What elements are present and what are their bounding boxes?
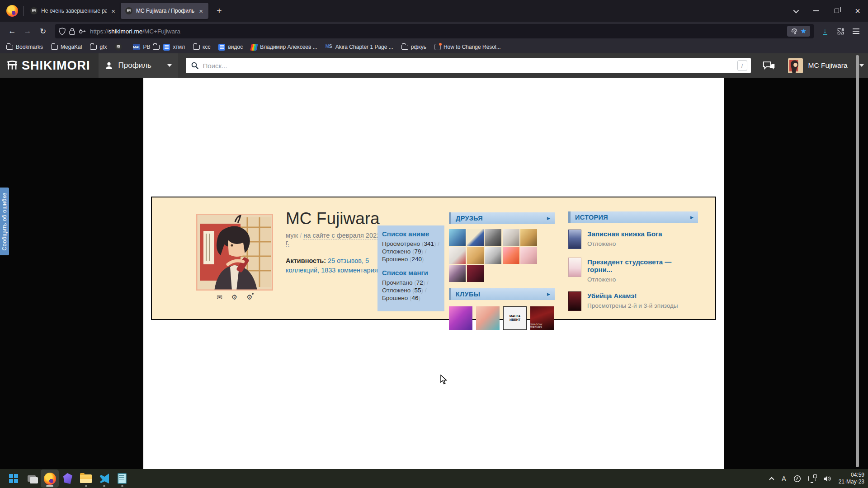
friend-avatar[interactable] bbox=[467, 247, 484, 264]
profile-avatar[interactable] bbox=[196, 214, 273, 291]
tab-active[interactable]: MC Fujiwara / Профиль × bbox=[121, 3, 208, 19]
bookmark-mal[interactable]: MALPB bbox=[133, 44, 150, 50]
tray-clock-icon[interactable] bbox=[793, 475, 801, 483]
tray-chevron-up-icon[interactable] bbox=[769, 477, 774, 482]
anime-list-link[interactable]: Список аниме bbox=[382, 230, 444, 238]
friend-avatar[interactable] bbox=[467, 229, 484, 246]
stat-line[interactable]: Прочитано72 bbox=[382, 279, 444, 286]
stat-line[interactable]: Брошено46 bbox=[382, 294, 444, 302]
search-input[interactable] bbox=[203, 62, 733, 70]
taskbar-obsidian-icon[interactable] bbox=[59, 469, 77, 488]
network-icon[interactable] bbox=[808, 476, 816, 481]
bookmark-folder[interactable]: MegaKal bbox=[51, 44, 82, 50]
taskbar-firefox-icon[interactable] bbox=[41, 469, 59, 488]
lock-icon[interactable] bbox=[69, 28, 75, 35]
taskbar-clock[interactable]: 04:59 21-May-23 bbox=[839, 472, 864, 485]
arrow-right-icon: ▶ bbox=[547, 292, 550, 296]
history-section-header[interactable]: ИСТОРИЯ ▶ bbox=[568, 211, 698, 223]
tab-inactive[interactable]: Не очень завершенные работы / × bbox=[26, 3, 121, 19]
bookmark-item[interactable]: Владимир Алексеев ... bbox=[251, 44, 317, 51]
site-header: SHIKIMORI Профиль / MC Fujiwara bbox=[0, 53, 868, 78]
taskbar-vscode-icon[interactable] bbox=[95, 469, 113, 488]
extensions-puzzle-icon[interactable] bbox=[834, 24, 847, 38]
club-tile[interactable]: МАНГА ИВЕНТ bbox=[503, 306, 527, 330]
new-tab-button[interactable]: + bbox=[213, 6, 226, 16]
bookmark-folder[interactable]: рфкуь bbox=[401, 44, 426, 50]
message-icon[interactable]: ✉ bbox=[217, 293, 222, 301]
bookmark-folder[interactable]: ксс bbox=[193, 44, 210, 50]
history-poster[interactable] bbox=[568, 230, 581, 249]
history-title-link[interactable]: Президент студсовета — горни... bbox=[587, 258, 698, 273]
window-restore-button[interactable] bbox=[826, 0, 847, 22]
url-bar[interactable]: https://shikimori.me/MC+Fujiwara ★ bbox=[55, 24, 814, 38]
settings-gear-icon[interactable]: ⚙ bbox=[231, 293, 237, 301]
comments-link[interactable]: 1833 комментария bbox=[321, 267, 377, 274]
mal-icon: MAL bbox=[133, 44, 140, 50]
start-button[interactable] bbox=[5, 469, 23, 488]
page-scrollbar[interactable] bbox=[856, 55, 859, 467]
bookmark-item[interactable]: MSAkira Chapter 1 Page ... bbox=[326, 44, 393, 50]
forward-icon[interactable]: → bbox=[21, 24, 34, 38]
friends-grid bbox=[449, 229, 555, 282]
taskbar-notepad-icon[interactable] bbox=[113, 469, 131, 488]
club-tile[interactable]: SHADOW WEDNES bbox=[530, 306, 554, 330]
messages-icon[interactable] bbox=[763, 61, 775, 70]
downloads-icon[interactable]: ↓ bbox=[818, 24, 832, 38]
tab-list-chevron-icon[interactable] bbox=[785, 0, 806, 22]
back-icon[interactable]: ← bbox=[5, 24, 19, 38]
profile-menu[interactable]: Профиль bbox=[99, 53, 178, 78]
bookmark-folder[interactable]: Bookmarks bbox=[6, 44, 43, 50]
task-view-icon[interactable] bbox=[23, 469, 41, 488]
friends-section-header[interactable]: ДРУЗЬЯ ▶ bbox=[449, 212, 555, 224]
bookmark-shikimori[interactable] bbox=[115, 43, 125, 51]
friend-avatar[interactable] bbox=[449, 265, 466, 282]
bookmark-folder[interactable] bbox=[153, 45, 160, 50]
bookmark-item[interactable]: How to Change Resol... bbox=[434, 44, 501, 50]
friend-avatar[interactable] bbox=[485, 247, 501, 264]
friend-avatar[interactable] bbox=[485, 229, 501, 246]
friend-avatar[interactable] bbox=[503, 229, 519, 246]
reload-icon[interactable]: ↻ bbox=[36, 24, 50, 38]
site-logo[interactable]: SHIKIMORI bbox=[0, 53, 99, 78]
friend-avatar[interactable] bbox=[503, 247, 519, 264]
history-title-link[interactable]: Записная книжка Бога bbox=[587, 230, 662, 238]
stat-line[interactable]: Отложено79 bbox=[382, 248, 444, 255]
menu-hamburger-icon[interactable] bbox=[849, 24, 863, 38]
tab-close-icon[interactable]: × bbox=[110, 7, 116, 15]
taskbar-explorer-icon[interactable] bbox=[77, 469, 95, 488]
club-tile[interactable] bbox=[476, 306, 500, 330]
manga-list-link[interactable]: Список манги bbox=[382, 269, 444, 277]
stat-line[interactable]: Просмотрено341 bbox=[382, 240, 444, 248]
bookmark-item[interactable]: хтмл bbox=[163, 44, 185, 51]
firefox-logo-icon[interactable] bbox=[6, 5, 18, 17]
history-poster[interactable] bbox=[568, 258, 581, 277]
stat-line[interactable]: Брошено240 bbox=[382, 255, 444, 263]
history-poster[interactable] bbox=[568, 291, 581, 311]
friend-avatar[interactable] bbox=[449, 229, 466, 246]
friend-avatar[interactable] bbox=[520, 247, 537, 264]
bookmark-item[interactable]: видос bbox=[218, 44, 243, 51]
permissions-icon[interactable] bbox=[79, 28, 86, 34]
window-close-button[interactable]: × bbox=[847, 0, 868, 22]
shield-icon[interactable] bbox=[59, 28, 66, 35]
clubs-section-header[interactable]: КЛУБЫ ▶ bbox=[449, 288, 555, 300]
tab-close-icon[interactable]: × bbox=[198, 7, 204, 15]
history-title-link[interactable]: Убийца Акамэ! bbox=[587, 292, 678, 300]
friend-avatar[interactable] bbox=[520, 229, 537, 246]
stat-line[interactable]: Отложено55 bbox=[382, 286, 444, 294]
report-bug-tab[interactable]: Сообщить об ошибке bbox=[0, 188, 9, 255]
url-text[interactable]: https://shikimori.me/MC+Fujiwara bbox=[90, 28, 783, 35]
bookmark-star-icon[interactable]: ★ bbox=[801, 27, 807, 35]
search-box[interactable]: / bbox=[186, 58, 751, 73]
reviews-link[interactable]: 25 отзывов, bbox=[328, 257, 363, 264]
volume-icon[interactable] bbox=[823, 475, 831, 482]
moderation-gear-icon[interactable]: ⚙ bbox=[246, 293, 252, 301]
user-menu[interactable]: MC Fujiwara bbox=[788, 58, 864, 73]
language-indicator[interactable]: A bbox=[782, 475, 786, 482]
fingerprint-icon[interactable] bbox=[791, 28, 798, 35]
friend-avatar[interactable] bbox=[449, 247, 466, 264]
bookmark-folder[interactable]: gfx bbox=[90, 44, 107, 50]
window-minimize-button[interactable] bbox=[806, 0, 826, 22]
friend-avatar[interactable] bbox=[467, 265, 484, 282]
club-tile[interactable] bbox=[449, 306, 472, 330]
